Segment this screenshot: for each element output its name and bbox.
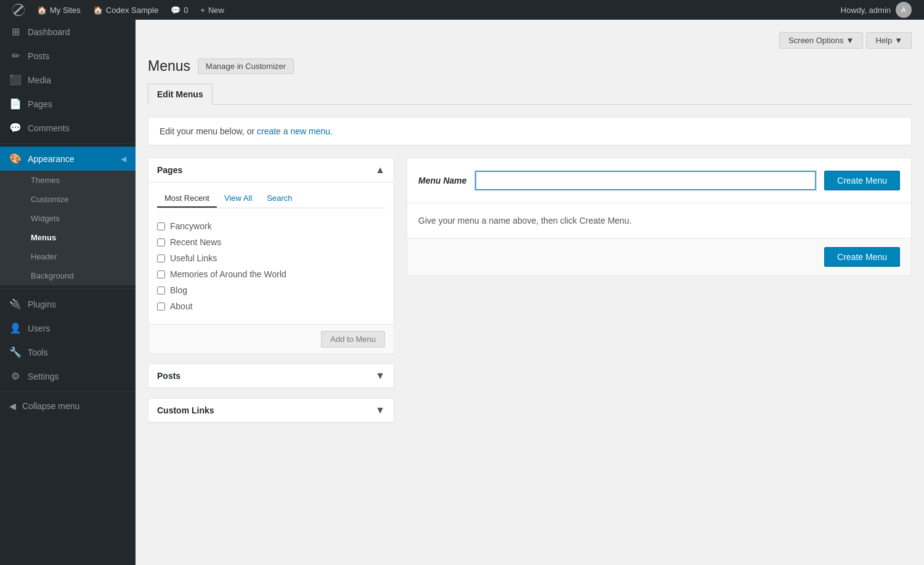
page-checkbox-recent-news[interactable] [157,238,165,246]
sidebar-item-label: Settings [28,372,59,381]
submenu-customize-label: Customize [31,195,68,204]
help-label: Help [875,36,892,45]
sidebar-item-users[interactable]: 👤 Users [0,316,136,340]
page-title: Menus [148,58,190,75]
submenu-header-label: Header [31,252,57,261]
submenu-item-header[interactable]: Header [0,247,136,266]
tab-edit-menus[interactable]: Edit Menus [148,84,213,105]
sidebar-item-comments[interactable]: 💬 Comments [0,116,136,140]
wp-logo-icon [12,4,25,16]
admin-bar: 🏠 My Sites 🏠 Codex Sample 💬 0 + New Howd… [0,0,924,20]
sidebar-item-pages[interactable]: 📄 Pages [0,92,136,116]
dashboard-icon: ⊞ [9,26,22,38]
page-item-recent-news: Recent News [157,234,385,250]
help-button[interactable]: Help ▼ [866,32,912,49]
page-item-useful-links: Useful Links [157,250,385,266]
posts-metabox: Posts ▼ [148,364,394,389]
create-menu-button-bottom[interactable]: Create Menu [824,247,900,267]
sidebar-item-appearance[interactable]: 🎨 Appearance ◀ [0,147,136,171]
menu-name-label: Menu Name [418,176,467,185]
pages-metabox-body: Most Recent View All Search [148,182,394,324]
notice-text-before: Edit your menu below, or [160,126,257,136]
pages-tab-search[interactable]: Search [259,190,299,208]
menu-separator-3 [0,391,136,392]
sidebar-item-dashboard[interactable]: ⊞ Dashboard [0,20,136,44]
add-to-menu-button[interactable]: Add to Menu [321,331,385,348]
add-menu-left: Pages ▲ Most Recent View All [148,158,394,433]
tools-icon: 🔧 [9,346,22,358]
posts-metabox-header[interactable]: Posts ▼ [148,364,394,388]
submenu-item-menus[interactable]: Menus [0,228,136,247]
page-checkbox-fancywork[interactable] [157,222,165,230]
my-sites-label: My Sites [50,6,81,15]
collapse-menu-label: Collapse menu [22,401,79,411]
menu-name-row: Menu Name Create Menu [407,158,911,203]
page-label-useful-links: Useful Links [170,253,217,263]
sidebar-item-plugins[interactable]: 🔌 Plugins [0,292,136,316]
pages-icon: 📄 [9,98,22,110]
create-menu-button-top[interactable]: Create Menu [824,171,900,190]
site-name-icon: 🏠 [93,6,103,15]
custom-links-metabox-toggle: ▼ [375,405,385,416]
pages-tab-most-recent[interactable]: Most Recent [157,190,217,208]
tab-wrapper: Edit Menus [148,84,912,105]
pages-tab-view-all[interactable]: View All [217,190,259,208]
add-menu-right: Menu Name Create Menu Give your menu a n… [407,158,912,276]
menu-editor-grid: Pages ▲ Most Recent View All [148,158,912,433]
page-item-about: About [157,298,385,314]
pages-checkbox-list: Fancywork Recent News Useful Links [157,216,385,317]
screen-options-button[interactable]: Screen Options ▼ [779,32,863,49]
create-menu-footer: Create Menu [407,238,911,275]
posts-metabox-title: Posts [157,371,180,381]
sidebar-item-label: Users [28,323,51,333]
custom-links-metabox: Custom Links ▼ [148,398,394,423]
page-item-memories: Memories of Around the World [157,266,385,282]
my-sites-button[interactable]: 🏠 My Sites [31,0,87,20]
posts-metabox-toggle: ▼ [375,370,385,381]
comments-button[interactable]: 💬 0 [164,0,194,20]
page-item-blog: Blog [157,282,385,298]
manage-customizer-button[interactable]: Manage in Customizer [198,59,294,74]
page-checkbox-about[interactable] [157,303,165,311]
new-label: New [208,6,224,15]
wp-logo-button[interactable] [6,0,31,20]
users-icon: 👤 [9,322,22,334]
plugins-icon: 🔌 [9,298,22,310]
create-menu-bottom-label: Create Menu [837,252,887,262]
media-icon: ⬛ [9,74,22,86]
page-label-recent-news: Recent News [170,237,221,247]
comments-count: 0 [184,6,188,15]
collapse-menu-button[interactable]: ◀ Collapse menu [0,395,136,417]
comments-icon: 💬 [171,6,180,15]
new-content-button[interactable]: + New [194,0,230,20]
sidebar-item-label: Tools [28,348,48,357]
page-checkbox-blog[interactable] [157,287,165,295]
sidebar-item-label: Appearance [28,154,75,164]
pages-metabox-footer: Add to Menu [148,324,394,354]
page-title-area: Menus Manage in Customizer [148,58,912,75]
sidebar-item-tools[interactable]: 🔧 Tools [0,340,136,364]
create-new-menu-link[interactable]: create a new menu [257,126,330,136]
submenu-item-widgets[interactable]: Widgets [0,209,136,228]
wrap: Menus Manage in Customizer Edit Menus Ed… [148,58,912,433]
site-name-button[interactable]: 🏠 Codex Sample [87,0,164,20]
menu-name-input[interactable] [476,171,816,190]
sidebar-item-label: Comments [28,123,70,133]
pages-metabox-toggle: ▲ [375,165,385,176]
sidebar-item-media[interactable]: ⬛ Media [0,68,136,92]
submenu-item-customize[interactable]: Customize [0,190,136,209]
submenu-item-background[interactable]: Background [0,266,136,285]
sidebar-item-settings[interactable]: ⚙ Settings [0,364,136,388]
page-checkbox-memories[interactable] [157,270,165,278]
howdy-text: Howdy, admin [841,6,891,15]
sidebar: ⊞ Dashboard ✏ Posts ⬛ Media 📄 Pages 💬 Co… [0,20,136,565]
page-checkbox-useful-links[interactable] [157,254,165,262]
submenu-background-label: Background [31,271,73,280]
pages-metabox-header[interactable]: Pages ▲ [148,158,394,182]
submenu-item-themes[interactable]: Themes [0,171,136,190]
page-label-memories: Memories of Around the World [170,269,286,279]
sidebar-item-posts[interactable]: ✏ Posts [0,44,136,68]
site-name-label: Codex Sample [106,6,158,15]
pages-metabox: Pages ▲ Most Recent View All [148,158,394,354]
custom-links-metabox-header[interactable]: Custom Links ▼ [148,399,394,423]
